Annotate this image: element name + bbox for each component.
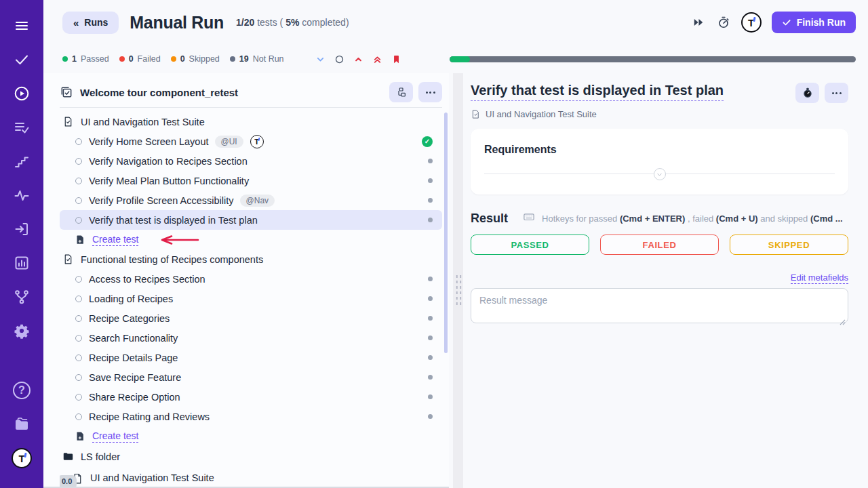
chevron-up-icon[interactable] bbox=[353, 54, 364, 64]
bookmark-icon[interactable] bbox=[391, 54, 402, 64]
result-section-title: Result bbox=[471, 211, 508, 226]
git-branch-icon[interactable] bbox=[8, 283, 35, 310]
suite-file-icon bbox=[471, 109, 481, 119]
testomat-mini-logo-icon: T bbox=[250, 135, 264, 148]
test-row[interactable]: Search Functionality bbox=[60, 328, 442, 348]
test-circle-icon bbox=[75, 374, 82, 381]
main-sidebar: ? T bbox=[0, 0, 43, 488]
fast-forward-icon[interactable] bbox=[691, 15, 706, 30]
test-row[interactable]: Access to Recipes Section bbox=[60, 269, 442, 289]
settings-gear-icon[interactable] bbox=[8, 317, 35, 344]
test-row[interactable]: Verify Meal Plan Button Functionality bbox=[60, 171, 442, 190]
test-label: Verify Meal Plan Button Functionality bbox=[89, 176, 249, 186]
test-circle-icon bbox=[75, 217, 82, 224]
page-title: Manual Run bbox=[130, 13, 224, 33]
skipped-dot-icon bbox=[171, 56, 176, 62]
test-circle-icon bbox=[75, 158, 82, 165]
test-detail-title[interactable]: Verify that test is displayed in Test pl… bbox=[471, 83, 724, 101]
test-status-icon bbox=[428, 178, 433, 183]
create-test-row[interactable]: Create test bbox=[60, 426, 442, 446]
test-status-icon bbox=[428, 414, 433, 419]
edit-metafields-link[interactable]: Edit metafields bbox=[791, 272, 848, 284]
sidebar-testomat-logo[interactable]: T bbox=[8, 445, 35, 472]
tree-scrollbar[interactable] bbox=[444, 113, 448, 353]
double-chevron-up-icon[interactable] bbox=[372, 54, 383, 64]
create-test-row[interactable]: Create test bbox=[60, 230, 442, 249]
projects-folder-icon[interactable] bbox=[8, 411, 35, 438]
chevron-down-icon[interactable] bbox=[315, 54, 326, 64]
test-circle-icon bbox=[75, 296, 82, 302]
menu-icon[interactable] bbox=[8, 12, 35, 39]
run-play-icon[interactable] bbox=[8, 80, 35, 107]
test-row[interactable]: Loading of Recipes bbox=[60, 289, 442, 308]
import-icon[interactable] bbox=[8, 216, 35, 243]
collapse-toggle-button[interactable] bbox=[654, 168, 666, 180]
topbar-testomat-logo[interactable]: T bbox=[741, 12, 762, 33]
test-circle-icon bbox=[75, 138, 82, 145]
activity-pulse-icon[interactable] bbox=[8, 182, 35, 209]
test-label: Recipe Categories bbox=[89, 313, 170, 324]
tree-more-button[interactable] bbox=[418, 82, 442, 102]
checklist-board-icon bbox=[60, 85, 73, 99]
test-circle-icon bbox=[75, 354, 82, 361]
timer-icon[interactable] bbox=[716, 15, 731, 30]
detail-suite-breadcrumb[interactable]: UI and Navigation Test Suite bbox=[471, 109, 848, 119]
result-message-input[interactable] bbox=[471, 288, 848, 323]
failed-button[interactable]: FAILED bbox=[600, 235, 719, 255]
steps-icon[interactable] bbox=[8, 148, 35, 175]
create-test-link[interactable]: Create test bbox=[92, 430, 138, 443]
run-progress-text: 1/20 tests ( 5% completed) bbox=[236, 17, 349, 28]
test-label: Share Recipe Option bbox=[89, 392, 180, 403]
test-status-icon bbox=[428, 198, 433, 203]
passed-dot-icon bbox=[62, 56, 68, 62]
requirements-title: Requirements bbox=[484, 144, 835, 156]
skipped-count: 0 Skipped bbox=[171, 54, 220, 64]
test-row[interactable]: Verify Profile Screen Accessibility @Nav bbox=[60, 190, 442, 210]
passed-button[interactable]: PASSED bbox=[471, 235, 589, 255]
panel-resize-handle[interactable] bbox=[449, 73, 469, 488]
skipped-button[interactable]: SKIPPED bbox=[730, 235, 848, 255]
run-status-bar: 1 Passed 0 Failed 0 Skipped 19 Not Run bbox=[43, 45, 868, 73]
detail-timer-button[interactable] bbox=[795, 83, 819, 103]
test-status-icon bbox=[428, 355, 433, 360]
test-status-icon bbox=[428, 218, 433, 222]
list-check-icon[interactable] bbox=[8, 114, 35, 141]
folder-row[interactable]: LS folder bbox=[60, 447, 442, 466]
run-progress-fill bbox=[450, 56, 470, 62]
test-row[interactable]: Verify Navigation to Recipes Section bbox=[60, 151, 442, 171]
test-row[interactable]: Recipe Details Page bbox=[60, 348, 442, 367]
back-to-runs-button[interactable]: « Runs bbox=[62, 12, 119, 34]
check-icon[interactable] bbox=[8, 46, 35, 73]
test-circle-icon bbox=[75, 197, 82, 204]
tree-header: Welcome tour component_retest bbox=[60, 77, 449, 107]
suite-file-icon bbox=[62, 116, 74, 127]
test-row[interactable]: Verify Home Screen Layout @UI T ✓ bbox=[60, 131, 442, 151]
test-row[interactable]: Save Recipe Feature bbox=[60, 367, 442, 387]
passed-count: 1 Passed bbox=[62, 54, 109, 64]
requirements-card: Requirements bbox=[471, 129, 848, 195]
more-icon bbox=[832, 92, 842, 94]
test-status-icon bbox=[428, 277, 433, 281]
test-label: Verify Profile Screen Accessibility bbox=[89, 195, 234, 206]
circle-outline-icon[interactable] bbox=[334, 54, 345, 64]
tree-view-icon bbox=[396, 87, 407, 98]
suite-row-clipped[interactable]: 0.0 UI and Navigation Test Suite bbox=[60, 466, 442, 488]
test-row[interactable]: Verify that test is displayed in Test pl… bbox=[60, 210, 442, 230]
tree-view-button[interactable] bbox=[389, 82, 413, 102]
suite-row[interactable]: UI and Navigation Test Suite bbox=[60, 112, 442, 131]
test-row[interactable]: Share Recipe Option bbox=[60, 387, 442, 407]
test-row[interactable]: Recipe Rating and Reviews bbox=[60, 407, 442, 426]
clipped-badge: 0.0 bbox=[60, 475, 77, 488]
detail-more-button[interactable] bbox=[825, 83, 848, 103]
run-progress-bar bbox=[450, 56, 856, 62]
help-icon[interactable]: ? bbox=[8, 377, 35, 404]
more-icon bbox=[426, 92, 435, 94]
status-filter-icons bbox=[315, 54, 402, 64]
timer-icon bbox=[802, 87, 813, 98]
test-row[interactable]: Recipe Categories bbox=[60, 308, 442, 328]
suite-label: UI and Navigation Test Suite bbox=[81, 117, 205, 127]
suite-row[interactable]: Functional testing of Recipes components bbox=[60, 249, 442, 269]
create-test-link[interactable]: Create test bbox=[92, 234, 138, 246]
finish-run-button[interactable]: Finish Run bbox=[772, 12, 856, 33]
analytics-chart-icon[interactable] bbox=[8, 249, 35, 277]
